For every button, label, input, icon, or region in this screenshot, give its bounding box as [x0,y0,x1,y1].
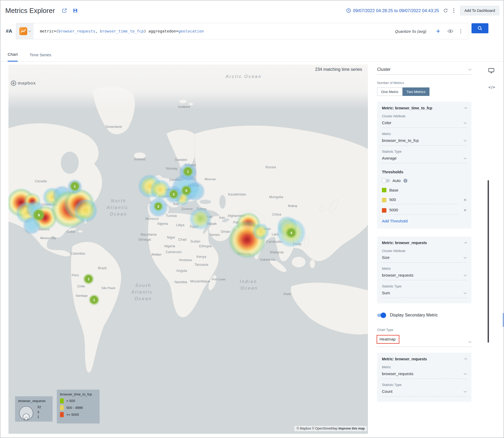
display-secondary-toggle[interactable] [377,314,386,317]
chart-type-select[interactable]: Heatmap [377,333,471,347]
plot-line-icon [19,27,27,35]
metric-card-requests-heatmap: Metric: browser_requests Metric browser_… [377,353,471,402]
auto-toggle[interactable] [382,179,390,182]
one-metric-button[interactable]: One Metric [377,87,403,96]
query-bar: metric=(browser_requests, browser_time_t… [16,23,468,39]
page-header: Metrics Explorer 09/07/2022 04:28:25 to … [1,1,503,21]
cluster-marker[interactable]: 1 [90,296,98,304]
color-swatch [382,198,386,202]
kebab-menu-icon[interactable] [453,8,454,13]
card-header[interactable]: Metric: browser_time_to_fcp [382,106,467,110]
geo-heatmap[interactable]: Arctic OceanNorthAtlanticOceanSouthAtlan… [8,64,368,434]
cluster-layer: 112529411 [8,64,368,434]
metric-count-toggle: One Metric Two Metrics [377,87,429,96]
chevron-up-icon [464,358,467,361]
chevron-down-icon [464,255,466,258]
cluster-marker[interactable]: 2 [155,203,162,210]
color-swatch [60,405,64,410]
chevron-down-icon [464,156,466,159]
threshold-value-input[interactable]: 500 [389,197,458,204]
statistic-type-select[interactable]: Sum [382,288,467,298]
cluster-marker[interactable]: 4 [287,229,295,237]
cluster-attribute-select[interactable]: Color [382,118,467,128]
refresh-icon[interactable] [443,8,448,13]
auto-label: Auto [392,178,401,183]
quantize-info: Quantize 5s (avg) [395,29,426,34]
cluster-attribute-select[interactable]: Size [382,253,467,263]
page-title: Metrics Explorer [5,7,55,15]
tab-chart[interactable]: Chart [8,52,18,62]
query-letter-label: #A [6,22,12,40]
statistic-type-label: Statistic Type [382,150,467,153]
statistic-type-label: Statistic Type [382,285,467,288]
annotation-highlight-box: Heatmap [377,335,399,344]
legend-browser-requests: browser_requests 32 3 1 [15,396,53,422]
plot-type-selector[interactable] [16,23,34,39]
legend-circle-values: 32 3 1 [37,405,41,419]
remove-threshold-icon[interactable]: ✕ [463,198,467,202]
visibility-eye-icon[interactable] [447,29,453,33]
threshold-row-base: Base [382,188,467,192]
cluster-marker[interactable]: 1 [71,182,79,190]
page-scrollbar-thumb[interactable] [503,313,504,327]
chevron-down-icon [468,67,471,70]
chevron-down-icon [464,273,466,276]
save-icon[interactable] [73,8,78,13]
legend-label: >= 5000 [66,413,79,417]
improve-map-link[interactable]: Improve this map [339,427,365,430]
chart-options-panel: Cluster Number of Metrics One Metric Two… [377,65,471,402]
thresholds-heading: Thresholds [382,170,467,174]
legend-value: 32 [37,405,41,409]
metric-select[interactable]: browser_requests [382,369,467,379]
share-icon[interactable] [62,8,67,13]
chart-type-label: Chart Type [377,328,471,332]
two-metrics-button[interactable]: Two Metrics [403,87,429,96]
cluster-marker[interactable]: 2 [170,190,177,198]
query-row: #A metric=(browser_requests, browser_tim… [1,22,503,40]
metric-select[interactable]: browser_requests [382,271,467,280]
view-tabs: Chart Time Series [1,40,503,62]
cluster-marker[interactable]: 1 [85,275,93,283]
display-view-icon[interactable] [488,68,494,74]
cluster-marker[interactable]: 5 [182,187,190,194]
info-icon[interactable] [403,179,408,183]
cluster-select[interactable]: Cluster [377,65,471,75]
query-text[interactable]: metric=(browser_requests, browser_time_t… [40,29,204,33]
legend-circles-icon [18,405,34,420]
add-threshold-link[interactable]: Add Threshold [382,219,467,223]
metric-select[interactable]: browser_time_to_fcp [382,136,467,146]
chevron-down-icon [464,121,466,124]
color-swatch [382,188,386,192]
statistic-type-select[interactable]: Count [382,387,467,397]
chevron-down-icon [468,340,471,343]
code-view-icon[interactable]: </> [488,85,495,89]
side-rail: </> [482,65,504,434]
cluster-marker[interactable]: 1 [184,167,192,175]
tab-time-series[interactable]: Time Series [30,53,51,61]
chevron-down-icon [464,138,466,141]
threshold-value-input[interactable]: 5000 [389,208,458,215]
chevron-down-icon [464,291,466,294]
cluster-attribute-label: Cluster Attribute [382,114,467,118]
chart-type-value: Heatmap [380,337,396,341]
remove-threshold-icon[interactable]: ✕ [463,208,467,213]
cluster-attribute-label: Cluster Attribute [382,249,467,253]
panel-scrollbar[interactable] [488,180,489,343]
metric-label: Metric [382,267,467,271]
card-header[interactable]: Metric: browser_requests [382,241,467,245]
display-secondary-metric-row: Display Secondary Metric [377,313,471,318]
card-header[interactable]: Metric: browser_requests [382,357,467,361]
add-plot-icon[interactable] [436,29,441,34]
time-range-text: 09/07/2022 04:28:25 to 09/07/2022 04:43:… [353,8,439,13]
chevron-up-icon [464,107,467,110]
statistic-type-select[interactable]: Average [382,153,467,163]
chevron-up-icon [464,242,467,245]
time-range[interactable]: 09/07/2022 04:28:25 to 09/07/2022 04:43:… [346,8,439,13]
legend-row: >= 5000 [60,412,96,417]
mapbox-logo[interactable]: mapbox [11,80,36,86]
add-to-dashboard-button[interactable]: Add To Dashboard [460,6,499,15]
cluster-marker[interactable]: 9 [34,210,44,220]
query-token: browser_time_to_fcp [100,29,144,33]
run-search-button[interactable] [471,23,488,33]
plot-kebab-icon[interactable] [460,29,461,34]
